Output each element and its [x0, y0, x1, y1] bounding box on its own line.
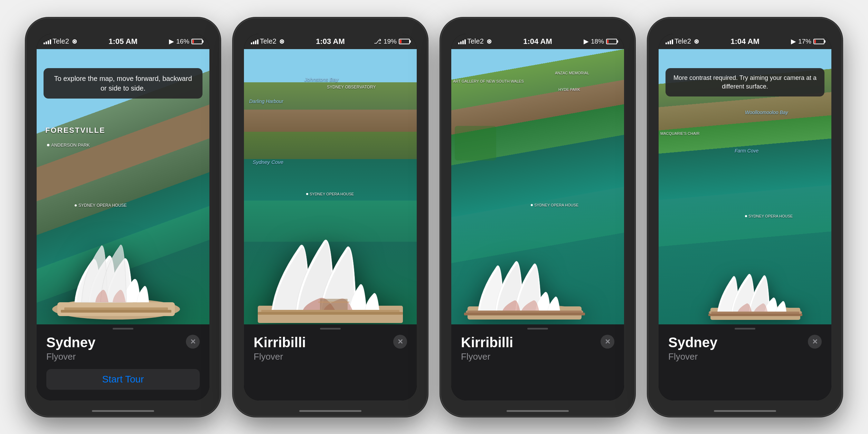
location-subtitle-4: Flyover: [668, 351, 822, 362]
map-3: ART GALLERY OF NEW SOUTH WALES ANZAC MEM…: [451, 49, 624, 324]
signal-bars-1: [44, 39, 51, 44]
wifi-icon-1: ⊛: [72, 38, 77, 45]
map-4: More contrast required. Try aiming your …: [659, 49, 831, 324]
location-title-1: Sydney: [46, 335, 200, 350]
bottom-panel-4: Sydney Flyover ✕: [659, 324, 831, 400]
instruction-overlay-4: More contrast required. Try aiming your …: [666, 68, 824, 96]
start-tour-button[interactable]: Start Tour: [46, 369, 200, 390]
svg-rect-12: [464, 313, 585, 315]
battery-pct-1: 16%: [176, 38, 189, 45]
map-label-johnstons-bay: Johnstons Bay: [304, 76, 338, 82]
location-icon-1: ▶: [169, 37, 174, 45]
panel-handle-4: [735, 328, 755, 330]
time-2: 1:03 AM: [316, 37, 345, 46]
opera-house-4: [704, 240, 807, 324]
status-left-1: Tele2 ⊛: [44, 37, 77, 45]
map-label-forestville: FORESTVILLE: [45, 126, 105, 135]
status-right-3: ▶ 18%: [584, 37, 617, 45]
panel-handle-1: [113, 328, 133, 330]
location-title-3: Kirribilli: [461, 335, 614, 350]
phone-4: Tele2 ⊛ 1:04 AM ▶ 17% More contrast requ…: [648, 18, 842, 416]
phone-4-screen: Tele2 ⊛ 1:04 AM ▶ 17% More contrast requ…: [659, 34, 831, 400]
home-indicator-1: [92, 410, 154, 412]
phone-2-screen: Tele2 ⊛ 1:03 AM ⎇ 19% Johnstons Bay Darl…: [244, 34, 417, 400]
svg-rect-6: [318, 302, 349, 303]
map-1: To explore the map, move forward, backwa…: [37, 49, 209, 324]
map-label-opera-house-4: SYDNEY OPERA HOUSE: [745, 214, 793, 218]
svg-rect-15: [711, 312, 800, 314]
close-button-1[interactable]: ✕: [186, 335, 200, 349]
time-1: 1:05 AM: [108, 37, 138, 46]
location-subtitle-2: Flyover: [254, 351, 407, 362]
panel-handle-2: [320, 328, 341, 330]
location-icon-4: ▶: [791, 37, 796, 45]
map-label-opera-house-2: SYDNEY OPERA HOUSE: [306, 192, 354, 196]
wifi-icon-4: ⊛: [694, 38, 699, 45]
park-area-3: [455, 126, 496, 160]
map-label-opera-house-1: SYDNEY OPERA HOUSE: [75, 203, 127, 208]
map-label-sydney-cove: Sydney Cove: [253, 159, 283, 165]
status-bar-1: Tele2 ⊛ 1:05 AM ▶ 16%: [37, 34, 209, 49]
close-button-4[interactable]: ✕: [808, 335, 822, 349]
close-button-3[interactable]: ✕: [601, 335, 614, 349]
signal-bars-3: [458, 39, 466, 44]
battery-icon-4: [813, 39, 824, 44]
battery-pct-2: 19%: [384, 38, 397, 45]
phone-1-screen: Tele2 ⊛ 1:05 AM ▶ 16% To explore the map…: [37, 34, 209, 400]
home-indicator-4: [714, 410, 776, 412]
battery-pct-3: 18%: [591, 38, 604, 45]
map-label-anderson-park: ANDERSON PARK: [47, 142, 90, 148]
map-label-woolloomooloo: Woolloomooloo Bay: [745, 110, 788, 115]
phone-3: Tele2 ⊛ 1:04 AM ▶ 18% ART GALLERY OF NEW…: [441, 18, 634, 416]
opera-house-3: [459, 226, 590, 324]
bluetooth-icon-2: ⎇: [374, 37, 381, 45]
carrier-4: Tele2: [674, 37, 691, 45]
home-indicator-3: [507, 410, 569, 412]
phone-2: Tele2 ⊛ 1:03 AM ⎇ 19% Johnstons Bay Darl…: [234, 18, 427, 416]
carrier-1: Tele2: [53, 37, 69, 45]
opera-house-1: [47, 226, 185, 324]
panel-handle-3: [527, 328, 548, 330]
status-right-4: ▶ 17%: [791, 37, 824, 45]
map-label-hyde-park: HYDE PARK: [558, 87, 580, 92]
status-bar-2: Tele2 ⊛ 1:03 AM ⎇ 19%: [244, 34, 417, 49]
battery-icon-1: [191, 39, 202, 44]
bottom-panel-1: Sydney Flyover ✕ Start Tour: [37, 324, 209, 400]
status-bar-4: Tele2 ⊛ 1:04 AM ▶ 17%: [659, 34, 831, 49]
battery-icon-3: [606, 39, 617, 44]
wifi-icon-3: ⊛: [487, 38, 492, 45]
bottom-panel-3: Kirribilli Flyover ✕: [451, 324, 624, 400]
battery-icon-2: [399, 39, 410, 44]
carrier-2: Tele2: [260, 37, 276, 45]
phone-1: Tele2 ⊛ 1:05 AM ▶ 16% To explore the map…: [26, 18, 220, 416]
status-right-1: ▶ 16%: [169, 37, 202, 45]
svg-rect-2: [64, 307, 168, 310]
instruction-overlay-1: To explore the map, move forward, backwa…: [44, 68, 202, 99]
location-title-2: Kirribilli: [254, 335, 407, 350]
signal-bars-2: [251, 39, 258, 44]
status-bar-3: Tele2 ⊛ 1:04 AM ▶ 18%: [451, 34, 624, 49]
bottom-panel-2: Kirribilli Flyover ✕: [244, 324, 417, 400]
status-left-4: Tele2 ⊛: [666, 37, 699, 45]
opera-house-2: [251, 212, 410, 324]
svg-rect-3: [61, 310, 171, 313]
map-label-art-gallery: ART GALLERY OF NEW SOUTH WALES: [453, 79, 524, 83]
close-button-2[interactable]: ✕: [393, 335, 407, 349]
time-4: 1:04 AM: [730, 37, 760, 46]
status-left-3: Tele2 ⊛: [458, 37, 492, 45]
battery-pct-4: 17%: [798, 38, 811, 45]
map-label-farm-cove: Farm Cove: [735, 148, 758, 154]
svg-rect-16: [708, 314, 802, 316]
svg-rect-8: [258, 312, 403, 315]
svg-rect-5: [320, 299, 348, 311]
location-title-4: Sydney: [668, 335, 822, 350]
time-3: 1:04 AM: [523, 37, 552, 46]
map-label-macquaries-chair: MACQUARIE'S CHAIR: [660, 131, 699, 136]
signal-bars-4: [666, 39, 673, 44]
status-right-2: ⎇ 19%: [374, 37, 410, 45]
map-label-opera-house-3: SYDNEY OPERA HOUSE: [531, 203, 578, 207]
location-icon-3: ▶: [584, 37, 589, 45]
status-left-2: Tele2 ⊛: [251, 37, 284, 45]
wifi-icon-2: ⊛: [279, 38, 284, 45]
location-subtitle-3: Flyover: [461, 351, 614, 362]
